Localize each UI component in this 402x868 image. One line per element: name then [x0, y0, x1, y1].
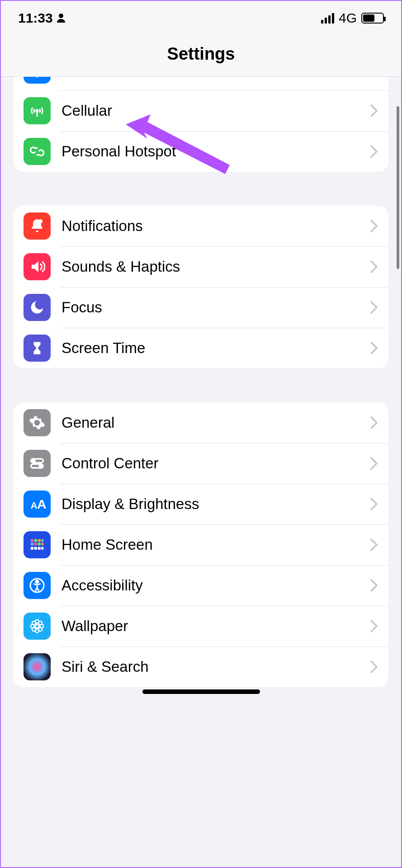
row-cellular[interactable]: Cellular	[14, 90, 388, 131]
chevron-right-icon	[369, 301, 378, 314]
chevron-right-icon	[369, 260, 378, 274]
row-general[interactable]: General	[14, 402, 388, 443]
text-size-icon: AA	[24, 491, 51, 518]
row-display-brightness[interactable]: AA Display & Brightness	[14, 484, 388, 524]
svg-point-3	[38, 219, 43, 223]
toggles-icon	[24, 450, 51, 477]
svg-point-7	[39, 465, 42, 467]
status-right: 4G	[321, 10, 384, 26]
svg-rect-15	[34, 542, 37, 545]
group-alerts: Notifications Sounds & Haptics Focus Scr…	[14, 206, 388, 368]
row-detail: Not Connected	[269, 77, 365, 79]
row-label: Accessibility	[61, 577, 369, 594]
battery-icon	[361, 13, 384, 24]
link-icon	[24, 138, 51, 165]
row-label: Display & Brightness	[61, 495, 369, 513]
row-home-screen[interactable]: Home Screen	[14, 524, 388, 565]
row-label: Personal Hotspot	[61, 143, 369, 160]
row-label: Control Center	[61, 455, 369, 472]
row-label: Wallpaper	[61, 618, 369, 635]
svg-point-32	[38, 627, 42, 631]
svg-rect-13	[42, 539, 44, 542]
row-notifications[interactable]: Notifications	[14, 206, 388, 246]
chevron-right-icon	[369, 579, 378, 592]
gear-icon	[24, 409, 51, 436]
accessibility-icon	[24, 572, 51, 599]
chevron-right-icon	[369, 538, 378, 552]
svg-point-23	[36, 580, 38, 583]
chevron-right-icon	[369, 341, 378, 355]
chevron-right-icon	[369, 619, 378, 633]
svg-rect-10	[31, 539, 33, 542]
signal-bars-icon	[321, 13, 334, 24]
svg-text:A: A	[31, 500, 38, 510]
svg-point-29	[32, 621, 36, 625]
network-type: 4G	[339, 10, 357, 26]
svg-rect-17	[42, 542, 44, 545]
group-connectivity: Bluetooth Not Connected Cellular Persona…	[14, 77, 388, 172]
svg-point-24	[35, 624, 39, 628]
person-icon	[56, 13, 66, 24]
chevron-right-icon	[369, 660, 378, 674]
row-label: Cellular	[61, 102, 369, 119]
settings-content[interactable]: Bluetooth Not Connected Cellular Persona…	[0, 77, 402, 868]
svg-point-5	[33, 460, 35, 462]
svg-text:A: A	[37, 497, 46, 511]
siri-icon	[24, 653, 51, 680]
chevron-right-icon	[369, 457, 378, 470]
row-label: Notifications	[61, 217, 369, 235]
speaker-icon	[24, 253, 51, 280]
moon-icon	[24, 294, 51, 321]
chevron-right-icon	[369, 104, 378, 118]
svg-rect-18	[31, 547, 33, 550]
row-siri-search[interactable]: Siri & Search	[14, 646, 388, 687]
row-label: Home Screen	[61, 536, 369, 553]
svg-rect-14	[31, 542, 33, 545]
row-sounds-haptics[interactable]: Sounds & Haptics	[14, 246, 388, 287]
row-screen-time[interactable]: Screen Time	[14, 328, 388, 368]
svg-rect-12	[38, 539, 41, 542]
bluetooth-icon	[24, 77, 51, 84]
svg-point-30	[38, 621, 42, 625]
home-indicator[interactable]	[142, 689, 260, 694]
svg-point-0	[59, 14, 63, 18]
scroll-indicator[interactable]	[397, 106, 399, 269]
chevron-right-icon	[369, 497, 378, 511]
svg-rect-19	[34, 547, 37, 550]
row-label: Sounds & Haptics	[61, 258, 369, 275]
svg-rect-20	[38, 547, 41, 550]
row-focus[interactable]: Focus	[14, 287, 388, 328]
svg-point-31	[32, 627, 36, 631]
row-control-center[interactable]: Control Center	[14, 443, 388, 484]
chevron-right-icon	[369, 416, 378, 429]
row-label: Siri & Search	[61, 658, 369, 675]
antenna-icon	[24, 97, 51, 124]
row-wallpaper[interactable]: Wallpaper	[14, 606, 388, 646]
bell-icon	[24, 212, 51, 240]
row-bluetooth[interactable]: Bluetooth Not Connected	[14, 77, 388, 90]
grid-icon	[24, 531, 51, 558]
svg-rect-11	[34, 539, 37, 542]
header: Settings	[0, 32, 402, 77]
row-label: Focus	[61, 299, 369, 316]
row-label: General	[61, 414, 369, 431]
page-title: Settings	[167, 44, 235, 64]
row-label: Bluetooth	[61, 77, 269, 79]
svg-rect-16	[38, 542, 41, 545]
flower-icon	[24, 613, 51, 640]
status-left: 11:33	[18, 10, 66, 26]
svg-rect-21	[42, 547, 44, 550]
chevron-right-icon	[369, 145, 378, 158]
chevron-right-icon	[369, 219, 378, 233]
hourglass-icon	[24, 335, 51, 362]
row-label: Screen Time	[61, 340, 369, 357]
row-accessibility[interactable]: Accessibility	[14, 565, 388, 606]
status-bar: 11:33 4G	[0, 0, 402, 32]
row-personal-hotspot[interactable]: Personal Hotspot	[14, 131, 388, 172]
group-general: General Control Center AA Display & Brig…	[14, 402, 388, 687]
status-time: 11:33	[18, 10, 53, 26]
